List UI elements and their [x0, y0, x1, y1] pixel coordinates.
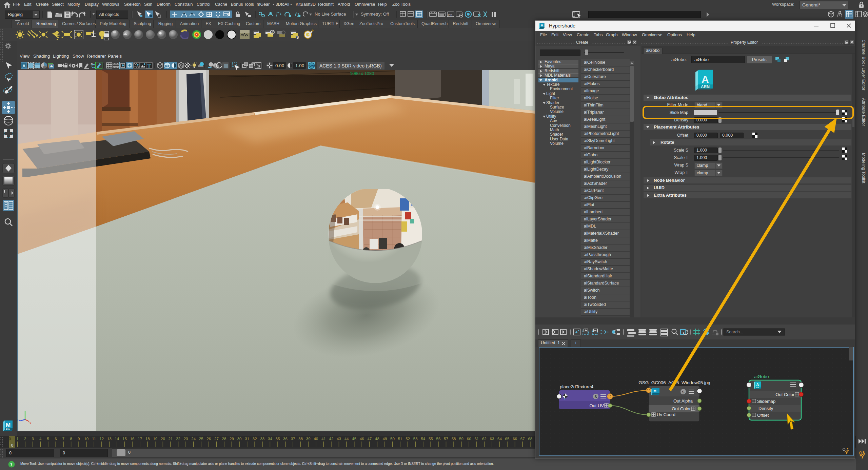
svg-text:17: 17	[138, 437, 142, 441]
svg-text:21: 21	[169, 437, 173, 441]
svg-text:IPR: IPR	[448, 14, 453, 17]
svg-text:59: 59	[459, 437, 463, 441]
svg-text:42: 42	[329, 437, 334, 441]
svg-text:50: 50	[390, 437, 395, 441]
svg-text:52: 52	[406, 437, 410, 441]
svg-text:M: M	[6, 422, 11, 428]
svg-text:24: 24	[191, 437, 196, 441]
svg-text:11: 11	[92, 437, 96, 441]
svg-text:0: 0	[11, 443, 13, 447]
svg-text:26: 26	[206, 437, 211, 441]
svg-text:6: 6	[55, 437, 57, 441]
svg-text:20: 20	[161, 437, 165, 441]
svg-text:10: 10	[84, 437, 88, 441]
svg-text:T: T	[564, 397, 566, 401]
svg-text:31: 31	[245, 437, 249, 441]
svg-text:?: ?	[10, 462, 13, 467]
svg-text:19: 19	[153, 437, 157, 441]
svg-text:29: 29	[230, 437, 234, 441]
svg-text:14: 14	[115, 437, 119, 441]
svg-text:68: 68	[528, 437, 532, 441]
svg-text:33: 33	[260, 437, 264, 441]
svg-text:18: 18	[145, 437, 150, 441]
svg-text:S: S	[595, 395, 597, 399]
svg-text:46: 46	[360, 437, 364, 441]
svg-text:32: 32	[253, 437, 257, 441]
svg-text:58: 58	[452, 437, 456, 441]
svg-text:38: 38	[298, 437, 303, 441]
svg-text:51: 51	[398, 437, 402, 441]
svg-text:36: 36	[283, 437, 288, 441]
svg-text:13: 13	[107, 437, 112, 441]
svg-text:S: S	[682, 390, 685, 394]
svg-text:Density: Density	[758, 406, 773, 411]
svg-text:Slidemap: Slidemap	[757, 399, 775, 404]
svg-text:56: 56	[436, 437, 441, 441]
svg-text:54: 54	[421, 437, 425, 441]
svg-text:34: 34	[268, 437, 272, 441]
svg-text:ACES 1.0 SDR-video (sRGB): ACES 1.0 SDR-video (sRGB)	[319, 63, 382, 68]
svg-text:49: 49	[383, 437, 387, 441]
svg-text:27: 27	[214, 437, 219, 441]
svg-text:place2dTexture4: place2dTexture4	[560, 384, 594, 389]
svg-text:23: 23	[184, 437, 188, 441]
svg-text:A: A	[702, 74, 709, 85]
svg-text:?: ?	[226, 13, 229, 18]
svg-text:41: 41	[321, 437, 326, 441]
svg-text:44: 44	[344, 437, 349, 441]
svg-text:57: 57	[444, 437, 448, 441]
svg-text:ARN: ARN	[701, 84, 710, 89]
svg-text:ARN: ARN	[756, 387, 759, 389]
svg-text:63: 63	[490, 437, 494, 441]
svg-text:0: 0	[9, 437, 11, 441]
svg-text:53: 53	[413, 437, 418, 441]
svg-text:66: 66	[513, 437, 517, 441]
svg-text:1.00: 1.00	[295, 63, 304, 68]
svg-text:S: S	[296, 35, 299, 39]
svg-text:0.00: 0.00	[275, 63, 284, 68]
svg-text:Out Color: Out Color	[775, 392, 794, 397]
svg-text:aiGobo: aiGobo	[754, 374, 769, 379]
svg-text:15: 15	[122, 437, 127, 441]
svg-text:45: 45	[352, 437, 356, 441]
svg-text:39: 39	[306, 437, 311, 441]
svg-text:61: 61	[474, 437, 479, 441]
svg-text:5: 5	[47, 437, 49, 441]
svg-text:7: 7	[62, 437, 64, 441]
svg-text:1: 1	[16, 437, 18, 441]
svg-text:47: 47	[367, 437, 372, 441]
svg-text:9: 9	[78, 437, 80, 441]
svg-text:8: 8	[70, 437, 72, 441]
svg-text:Out Color: Out Color	[672, 406, 691, 411]
svg-text:67: 67	[520, 437, 525, 441]
svg-text:M: M	[541, 24, 543, 27]
svg-text:37: 37	[291, 437, 295, 441]
svg-text:A: A	[756, 383, 759, 387]
svg-text:40: 40	[314, 437, 318, 441]
svg-text:62: 62	[482, 437, 487, 441]
svg-text:Out Alpha: Out Alpha	[673, 398, 693, 404]
svg-text:2: 2	[24, 437, 26, 441]
svg-text:30: 30	[237, 437, 242, 441]
svg-text:ON: ON	[310, 64, 314, 67]
svg-text:AYA: AYA	[6, 428, 10, 430]
svg-text:16: 16	[130, 437, 135, 441]
svg-text:48: 48	[375, 437, 379, 441]
svg-text:4: 4	[39, 437, 42, 441]
svg-text:Uv Coord: Uv Coord	[657, 412, 675, 417]
svg-text:22: 22	[176, 437, 180, 441]
svg-text:T: T	[147, 63, 151, 68]
svg-text:60: 60	[467, 437, 471, 441]
svg-text:GSG_GC006_A025_Window05.jpg: GSG_GC006_A025_Window05.jpg	[638, 380, 710, 385]
svg-text:65: 65	[505, 437, 510, 441]
svg-text:M: M	[654, 389, 656, 393]
svg-text:55: 55	[429, 437, 433, 441]
svg-text:43: 43	[337, 437, 341, 441]
svg-text:A: A	[22, 63, 26, 68]
svg-text:Out UV: Out UV	[589, 403, 604, 408]
svg-text:25: 25	[199, 437, 203, 441]
svg-text:x: x	[29, 421, 32, 425]
svg-text:1080 x 1080: 1080 x 1080	[350, 71, 374, 76]
svg-text:Search...: Search...	[726, 330, 743, 334]
svg-text:35: 35	[276, 437, 280, 441]
